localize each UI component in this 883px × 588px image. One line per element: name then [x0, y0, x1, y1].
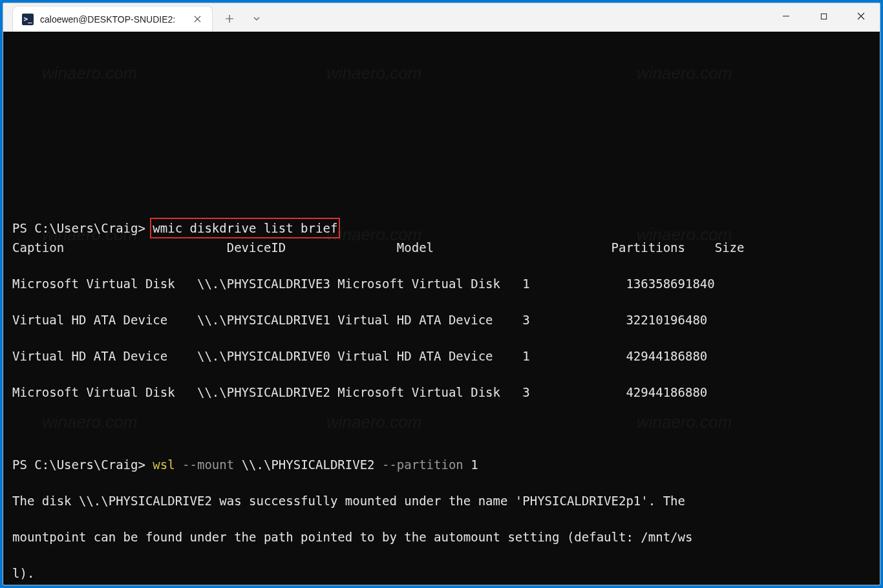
- highlighted-command: wmic diskdrive list brief: [150, 218, 340, 238]
- maximize-button[interactable]: [805, 3, 842, 29]
- tab-close-button[interactable]: [191, 14, 203, 25]
- tab-active[interactable]: >_ caloewen@DESKTOP-SNUDIE2:: [12, 6, 213, 32]
- window-controls: [767, 3, 880, 32]
- minimize-button[interactable]: [767, 3, 805, 29]
- output-line: The disk \\.\PHYSICALDRIVE2 was successf…: [12, 492, 871, 510]
- new-tab-button[interactable]: [217, 6, 242, 32]
- watermark: winaero.com: [326, 64, 421, 82]
- watermark: winaero.com: [42, 413, 137, 431]
- output-line: mountpoint can be found under the path p…: [12, 528, 871, 546]
- titlebar[interactable]: >_ caloewen@DESKTOP-SNUDIE2:: [3, 3, 880, 32]
- powershell-icon: >_: [22, 14, 34, 25]
- tab-dropdown-button[interactable]: [244, 6, 270, 32]
- tabbar-actions: [217, 6, 270, 32]
- watermark: winaero.com: [326, 413, 421, 431]
- output-line: l).: [12, 564, 871, 582]
- watermark: winaero.com: [42, 64, 137, 82]
- watermark: winaero.com: [637, 64, 732, 82]
- prompt-line: PS C:\Users\Craig> wsl --mount \\.\PHYSI…: [12, 456, 871, 474]
- wmic-output-table: Caption DeviceID Model Partitions Size M…: [12, 240, 744, 399]
- tab-title: caloewen@DESKTOP-SNUDIE2:: [40, 14, 185, 25]
- watermark: winaero.com: [637, 413, 732, 431]
- close-button[interactable]: [842, 3, 880, 29]
- terminal-window: >_ caloewen@DESKTOP-SNUDIE2:: [3, 3, 880, 585]
- terminal-body[interactable]: winaero.com winaero.com winaero.com wina…: [3, 32, 880, 585]
- svg-rect-0: [821, 14, 826, 19]
- prompt-line: PS C:\Users\Craig> wmic diskdrive list b…: [12, 218, 871, 238]
